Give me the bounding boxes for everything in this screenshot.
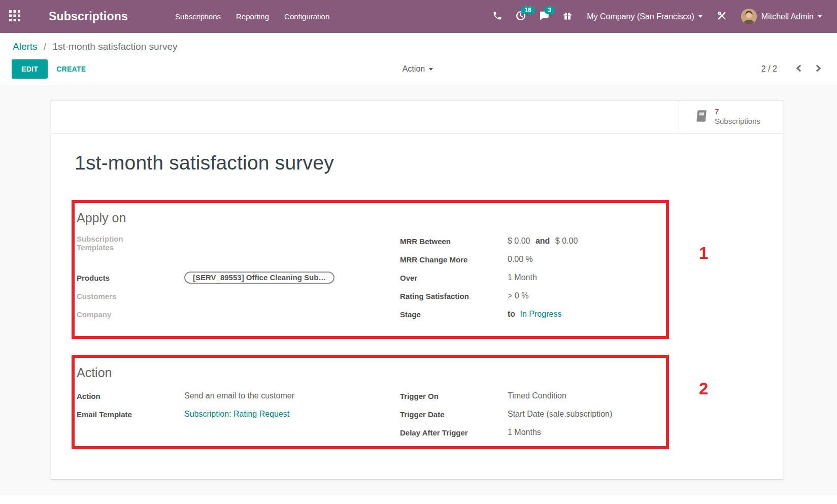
top-navbar: Subscriptions Subscriptions Reporting Co… [0, 0, 837, 33]
field-label: Stage [400, 310, 508, 319]
field-label: Customers [77, 292, 184, 300]
field-value[interactable]: 0.00 % [508, 255, 533, 264]
field-value[interactable]: 1 Months [508, 428, 541, 437]
control-panel: Alerts / 1st-month satisfaction survey E… [0, 33, 837, 85]
company-switcher[interactable]: My Company (San Francisco) [580, 0, 710, 33]
tools-icon [717, 11, 727, 23]
tools-button[interactable] [711, 0, 733, 33]
field-products: Products [SERV_89553] Office Cleaning Su… [77, 268, 400, 287]
field-label: Subscription Templates [77, 234, 184, 252]
field-customers: Customers [77, 287, 400, 305]
mrr-min-value: $ 0.00 [508, 237, 530, 245]
chevron-down-icon [698, 15, 702, 18]
book-icon [694, 109, 708, 125]
action-dropdown-label: Action [403, 64, 425, 74]
app-brand-title: Subscriptions [49, 10, 128, 23]
field-label: Trigger Date [400, 410, 508, 419]
breadcrumb: Alerts / 1st-month satisfaction survey [0, 40, 837, 59]
field-value[interactable]: $ 0.00 and $ 0.00 [508, 237, 578, 246]
product-tag[interactable]: [SERV_89553] Office Cleaning Sub… [184, 272, 334, 284]
edit-button[interactable]: EDIT [12, 59, 48, 79]
user-name: Mitchell Admin [761, 12, 814, 21]
field-delay-after-trigger: Delay After Trigger 1 Months [400, 423, 666, 442]
stage-link[interactable]: In Progress [520, 310, 562, 318]
content-area: 7 Subscriptions 1st-month satisfaction s… [0, 85, 837, 495]
field-mrr-change-more: MRR Change More 0.00 % [400, 250, 666, 268]
field-label: Trigger On [400, 392, 508, 400]
user-menu[interactable]: Mitchell Admin [734, 0, 829, 33]
stat-button-label: Subscriptions [715, 117, 760, 126]
chevron-left-icon [795, 64, 803, 74]
create-button[interactable]: CREATE [56, 65, 86, 73]
annotation-number-1: 1 [699, 244, 708, 263]
field-trigger-on: Trigger On Timed Condition [400, 387, 666, 405]
field-company: Company [77, 305, 400, 323]
phone-icon [492, 11, 503, 23]
annotation-number-2: 2 [699, 379, 708, 398]
field-label: MRR Change More [400, 255, 508, 264]
field-stage: Stage to In Progress [400, 305, 666, 323]
field-label: MRR Between [400, 237, 508, 246]
stage-prefix: to [508, 310, 518, 318]
apps-menu-button[interactable] [0, 0, 29, 33]
action-heading: Action [77, 365, 666, 380]
field-value[interactable]: Send an email to the customer [184, 391, 294, 400]
chevron-right-icon [814, 64, 822, 74]
field-label: Over [400, 274, 508, 282]
field-label: Company [77, 310, 184, 319]
field-value[interactable]: 1 Month [508, 273, 537, 282]
field-value: to In Progress [508, 310, 561, 319]
field-label: Email Template [77, 410, 184, 419]
breadcrumb-current: 1st-month satisfaction survey [52, 41, 177, 52]
phone-button[interactable] [486, 0, 509, 33]
chevron-down-icon [429, 68, 433, 71]
record-title: 1st-month satisfaction survey [75, 152, 783, 174]
gift-button[interactable] [556, 0, 579, 33]
form-sheet: 7 Subscriptions 1st-month satisfaction s… [51, 100, 783, 480]
field-subscription-templates: Subscription Templates [77, 232, 400, 268]
action-dropdown[interactable]: Action [403, 64, 433, 74]
gift-icon [562, 11, 573, 23]
activities-button[interactable]: 16 [510, 0, 532, 33]
field-label: Products [77, 274, 184, 282]
mrr-conjunction: and [532, 237, 553, 245]
pager-counter: 2 / 2 [761, 64, 777, 74]
company-name: My Company (San Francisco) [587, 12, 694, 21]
pager-next-button[interactable] [812, 62, 824, 76]
field-over: Over 1 Month [400, 268, 666, 287]
subscriptions-stat-button[interactable]: 7 Subscriptions [679, 100, 783, 133]
field-label: Action [77, 392, 184, 400]
field-mrr-between: MRR Between $ 0.00 and $ 0.00 [400, 232, 666, 250]
breadcrumb-alerts-link[interactable]: Alerts [13, 41, 38, 52]
menu-subscriptions[interactable]: Subscriptions [168, 0, 228, 33]
field-email-template: Email Template Subscription: Rating Requ… [77, 405, 400, 423]
menu-reporting[interactable]: Reporting [228, 0, 277, 33]
annotation-box-2: Action Action Send an email to the custo… [72, 355, 669, 449]
apply-on-heading: Apply on [77, 211, 666, 225]
breadcrumb-separator: / [40, 41, 50, 52]
field-label: Delay After Trigger [400, 428, 508, 437]
messages-badge: 3 [544, 6, 555, 14]
field-action: Action Send an email to the customer [77, 387, 400, 405]
field-label: Rating Satisfaction [400, 292, 508, 300]
form-header: 7 Subscriptions [51, 100, 783, 133]
chevron-down-icon [818, 15, 822, 18]
pager-previous-button[interactable] [793, 62, 805, 76]
annotation-box-1: Apply on Subscription Templates Products [72, 200, 669, 339]
user-avatar [741, 9, 757, 24]
field-trigger-date: Trigger Date Start Date (sale.subscripti… [400, 405, 666, 423]
email-template-link[interactable]: Subscription: Rating Request [184, 410, 289, 418]
messages-button[interactable]: 3 [533, 0, 555, 33]
stat-button-value: 7 [715, 107, 760, 117]
field-value[interactable]: Timed Condition [508, 391, 566, 400]
menu-configuration[interactable]: Configuration [277, 0, 337, 33]
mrr-max-value: $ 0.00 [555, 237, 578, 245]
field-value[interactable]: > 0 % [508, 291, 528, 300]
field-rating-satisfaction: Rating Satisfaction > 0 % [400, 287, 666, 305]
field-value[interactable]: Start Date (sale.subscription) [508, 410, 612, 419]
apps-grid-icon [9, 10, 20, 23]
